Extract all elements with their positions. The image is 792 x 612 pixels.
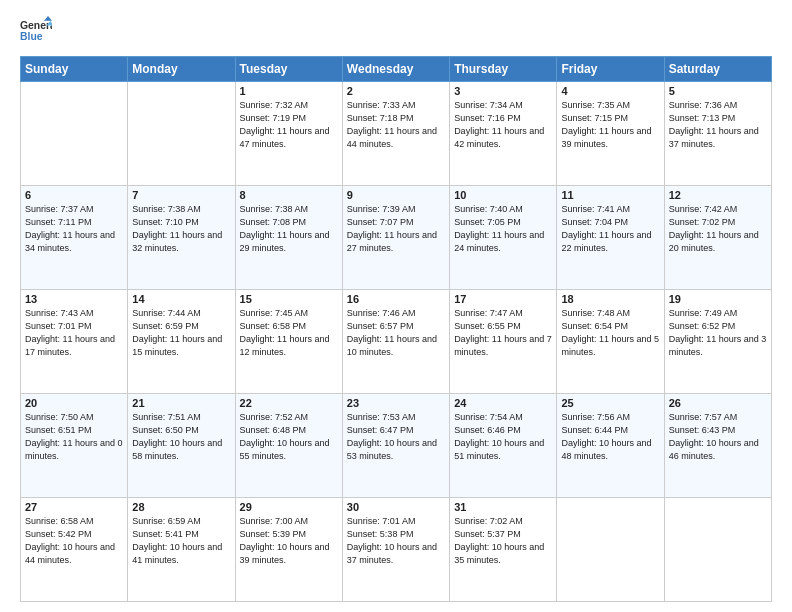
- calendar-cell: [128, 82, 235, 186]
- calendar-cell: 23Sunrise: 7:53 AM Sunset: 6:47 PM Dayli…: [342, 394, 449, 498]
- calendar-cell: 2Sunrise: 7:33 AM Sunset: 7:18 PM Daylig…: [342, 82, 449, 186]
- calendar-cell: 15Sunrise: 7:45 AM Sunset: 6:58 PM Dayli…: [235, 290, 342, 394]
- day-info: Sunrise: 7:34 AM Sunset: 7:16 PM Dayligh…: [454, 99, 552, 151]
- day-number: 17: [454, 293, 552, 305]
- calendar-cell: 18Sunrise: 7:48 AM Sunset: 6:54 PM Dayli…: [557, 290, 664, 394]
- calendar-cell: 20Sunrise: 7:50 AM Sunset: 6:51 PM Dayli…: [21, 394, 128, 498]
- calendar-cell: 21Sunrise: 7:51 AM Sunset: 6:50 PM Dayli…: [128, 394, 235, 498]
- day-number: 7: [132, 189, 230, 201]
- day-info: Sunrise: 7:42 AM Sunset: 7:02 PM Dayligh…: [669, 203, 767, 255]
- day-info: Sunrise: 7:35 AM Sunset: 7:15 PM Dayligh…: [561, 99, 659, 151]
- day-info: Sunrise: 7:49 AM Sunset: 6:52 PM Dayligh…: [669, 307, 767, 359]
- calendar-cell: 5Sunrise: 7:36 AM Sunset: 7:13 PM Daylig…: [664, 82, 771, 186]
- calendar-cell: 28Sunrise: 6:59 AM Sunset: 5:41 PM Dayli…: [128, 498, 235, 602]
- calendar-cell: 6Sunrise: 7:37 AM Sunset: 7:11 PM Daylig…: [21, 186, 128, 290]
- svg-text:Blue: Blue: [20, 31, 43, 42]
- calendar-week-row: 13Sunrise: 7:43 AM Sunset: 7:01 PM Dayli…: [21, 290, 772, 394]
- day-info: Sunrise: 7:53 AM Sunset: 6:47 PM Dayligh…: [347, 411, 445, 463]
- calendar-cell: 14Sunrise: 7:44 AM Sunset: 6:59 PM Dayli…: [128, 290, 235, 394]
- day-number: 18: [561, 293, 659, 305]
- day-info: Sunrise: 7:36 AM Sunset: 7:13 PM Dayligh…: [669, 99, 767, 151]
- day-info: Sunrise: 7:45 AM Sunset: 6:58 PM Dayligh…: [240, 307, 338, 359]
- calendar-cell: [21, 82, 128, 186]
- calendar-cell: 31Sunrise: 7:02 AM Sunset: 5:37 PM Dayli…: [450, 498, 557, 602]
- day-number: 6: [25, 189, 123, 201]
- day-info: Sunrise: 7:32 AM Sunset: 7:19 PM Dayligh…: [240, 99, 338, 151]
- calendar-cell: 7Sunrise: 7:38 AM Sunset: 7:10 PM Daylig…: [128, 186, 235, 290]
- calendar-cell: 4Sunrise: 7:35 AM Sunset: 7:15 PM Daylig…: [557, 82, 664, 186]
- calendar-cell: 10Sunrise: 7:40 AM Sunset: 7:05 PM Dayli…: [450, 186, 557, 290]
- day-info: Sunrise: 7:48 AM Sunset: 6:54 PM Dayligh…: [561, 307, 659, 359]
- weekday-header: Tuesday: [235, 57, 342, 82]
- day-info: Sunrise: 7:40 AM Sunset: 7:05 PM Dayligh…: [454, 203, 552, 255]
- day-number: 4: [561, 85, 659, 97]
- day-info: Sunrise: 7:54 AM Sunset: 6:46 PM Dayligh…: [454, 411, 552, 463]
- day-number: 28: [132, 501, 230, 513]
- day-number: 1: [240, 85, 338, 97]
- weekday-header: Monday: [128, 57, 235, 82]
- calendar-cell: 24Sunrise: 7:54 AM Sunset: 6:46 PM Dayli…: [450, 394, 557, 498]
- day-info: Sunrise: 7:00 AM Sunset: 5:39 PM Dayligh…: [240, 515, 338, 567]
- calendar-cell: 27Sunrise: 6:58 AM Sunset: 5:42 PM Dayli…: [21, 498, 128, 602]
- weekday-header: Sunday: [21, 57, 128, 82]
- day-number: 11: [561, 189, 659, 201]
- calendar-cell: 26Sunrise: 7:57 AM Sunset: 6:43 PM Dayli…: [664, 394, 771, 498]
- weekday-header: Friday: [557, 57, 664, 82]
- day-info: Sunrise: 6:59 AM Sunset: 5:41 PM Dayligh…: [132, 515, 230, 567]
- calendar-cell: 11Sunrise: 7:41 AM Sunset: 7:04 PM Dayli…: [557, 186, 664, 290]
- day-info: Sunrise: 7:38 AM Sunset: 7:10 PM Dayligh…: [132, 203, 230, 255]
- day-info: Sunrise: 7:43 AM Sunset: 7:01 PM Dayligh…: [25, 307, 123, 359]
- day-number: 26: [669, 397, 767, 409]
- day-number: 23: [347, 397, 445, 409]
- day-number: 9: [347, 189, 445, 201]
- calendar-cell: 30Sunrise: 7:01 AM Sunset: 5:38 PM Dayli…: [342, 498, 449, 602]
- day-number: 25: [561, 397, 659, 409]
- day-info: Sunrise: 7:56 AM Sunset: 6:44 PM Dayligh…: [561, 411, 659, 463]
- calendar-week-row: 27Sunrise: 6:58 AM Sunset: 5:42 PM Dayli…: [21, 498, 772, 602]
- logo-icon: GeneralBlue: [20, 16, 52, 48]
- day-number: 3: [454, 85, 552, 97]
- calendar-cell: 16Sunrise: 7:46 AM Sunset: 6:57 PM Dayli…: [342, 290, 449, 394]
- day-info: Sunrise: 7:01 AM Sunset: 5:38 PM Dayligh…: [347, 515, 445, 567]
- day-number: 22: [240, 397, 338, 409]
- day-info: Sunrise: 7:37 AM Sunset: 7:11 PM Dayligh…: [25, 203, 123, 255]
- day-number: 30: [347, 501, 445, 513]
- logo: GeneralBlue: [20, 16, 52, 48]
- day-number: 12: [669, 189, 767, 201]
- calendar-header-row: SundayMondayTuesdayWednesdayThursdayFrid…: [21, 57, 772, 82]
- day-info: Sunrise: 7:47 AM Sunset: 6:55 PM Dayligh…: [454, 307, 552, 359]
- day-info: Sunrise: 7:50 AM Sunset: 6:51 PM Dayligh…: [25, 411, 123, 463]
- day-number: 2: [347, 85, 445, 97]
- calendar-cell: 1Sunrise: 7:32 AM Sunset: 7:19 PM Daylig…: [235, 82, 342, 186]
- day-info: Sunrise: 7:38 AM Sunset: 7:08 PM Dayligh…: [240, 203, 338, 255]
- day-number: 19: [669, 293, 767, 305]
- weekday-header: Wednesday: [342, 57, 449, 82]
- header: GeneralBlue: [20, 16, 772, 48]
- day-number: 5: [669, 85, 767, 97]
- day-number: 16: [347, 293, 445, 305]
- calendar-cell: [664, 498, 771, 602]
- weekday-header: Saturday: [664, 57, 771, 82]
- day-number: 20: [25, 397, 123, 409]
- calendar-cell: 8Sunrise: 7:38 AM Sunset: 7:08 PM Daylig…: [235, 186, 342, 290]
- day-number: 8: [240, 189, 338, 201]
- day-info: Sunrise: 7:57 AM Sunset: 6:43 PM Dayligh…: [669, 411, 767, 463]
- day-number: 15: [240, 293, 338, 305]
- day-number: 29: [240, 501, 338, 513]
- day-number: 10: [454, 189, 552, 201]
- calendar-cell: 19Sunrise: 7:49 AM Sunset: 6:52 PM Dayli…: [664, 290, 771, 394]
- day-number: 24: [454, 397, 552, 409]
- page: GeneralBlue SundayMondayTuesdayWednesday…: [0, 0, 792, 612]
- calendar-cell: 22Sunrise: 7:52 AM Sunset: 6:48 PM Dayli…: [235, 394, 342, 498]
- calendar-cell: [557, 498, 664, 602]
- day-info: Sunrise: 7:52 AM Sunset: 6:48 PM Dayligh…: [240, 411, 338, 463]
- day-info: Sunrise: 7:39 AM Sunset: 7:07 PM Dayligh…: [347, 203, 445, 255]
- calendar-week-row: 1Sunrise: 7:32 AM Sunset: 7:19 PM Daylig…: [21, 82, 772, 186]
- day-info: Sunrise: 7:44 AM Sunset: 6:59 PM Dayligh…: [132, 307, 230, 359]
- calendar-week-row: 6Sunrise: 7:37 AM Sunset: 7:11 PM Daylig…: [21, 186, 772, 290]
- day-number: 14: [132, 293, 230, 305]
- calendar-cell: 3Sunrise: 7:34 AM Sunset: 7:16 PM Daylig…: [450, 82, 557, 186]
- weekday-header: Thursday: [450, 57, 557, 82]
- calendar-cell: 12Sunrise: 7:42 AM Sunset: 7:02 PM Dayli…: [664, 186, 771, 290]
- day-number: 13: [25, 293, 123, 305]
